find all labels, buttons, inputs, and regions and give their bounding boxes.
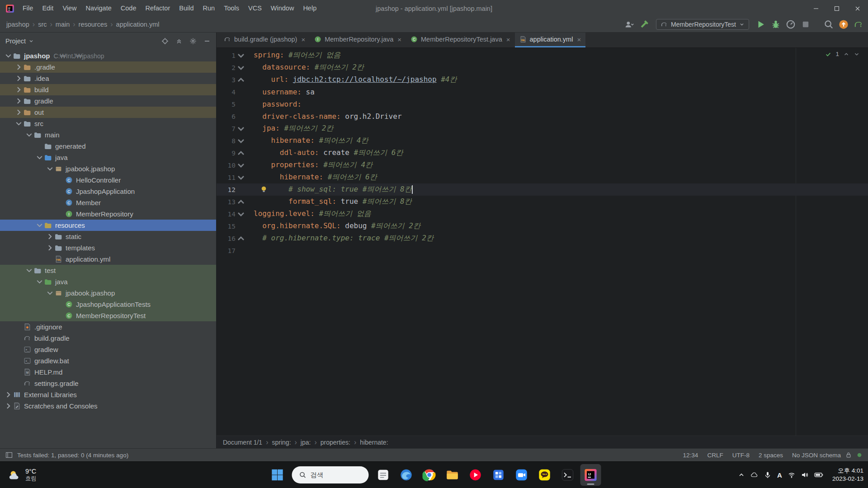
code-line-17[interactable]: 17 — [217, 244, 868, 257]
explorer-button[interactable] — [442, 464, 463, 486]
inspections-widget[interactable]: 1 — [825, 51, 860, 57]
fold-down-icon[interactable] — [236, 50, 246, 61]
tool-window-stripes-icon[interactable] — [5, 451, 13, 459]
fold-down-icon[interactable] — [236, 123, 246, 134]
code-line-8[interactable]: 8 hibernate: #띄어쓰기 4칸 — [217, 135, 868, 147]
chevron-right-icon[interactable] — [45, 233, 55, 241]
tree-item-resources[interactable]: resources — [0, 220, 216, 231]
tree-item-templates[interactable]: templates — [0, 242, 216, 253]
tree-item-java[interactable]: java — [0, 152, 216, 163]
fold-up-icon[interactable] — [236, 197, 246, 207]
close-tab-icon[interactable]: × — [577, 36, 581, 43]
run-configuration-select[interactable]: MemberRepositoryTest — [656, 19, 749, 30]
chrome-button[interactable] — [419, 464, 440, 486]
status-utf-8[interactable]: UTF-8 — [732, 452, 750, 459]
chevron-down-icon[interactable] — [35, 278, 44, 286]
tree-item-idea[interactable]: .idea — [0, 73, 216, 84]
menu-code[interactable]: Code — [116, 0, 141, 17]
menu-tools[interactable]: Tools — [219, 0, 244, 17]
tree-item-jpabook-jpashop[interactable]: jpabook.jpashop — [0, 163, 216, 174]
project-view-select[interactable]: Project — [5, 38, 34, 45]
tree-item-src[interactable]: src — [0, 118, 216, 129]
tree-item-memberrepositorytest[interactable]: CMemberRepositoryTest — [0, 310, 216, 321]
tree-item-build-gradle[interactable]: build.gradle — [0, 333, 216, 344]
chevron-right-icon[interactable] — [4, 391, 13, 399]
ide-update-icon[interactable] — [839, 19, 849, 29]
tab-application-yml[interactable]: YMLapplication.yml× — [515, 33, 586, 47]
code-line-1[interactable]: 1spring: #띄어쓰기 없음 — [217, 49, 868, 61]
next-problem-icon[interactable] — [854, 51, 860, 57]
code-line-12[interactable]: 12 # show_sql: true #띄어쓰기 8칸 — [217, 183, 868, 196]
code-line-9[interactable]: 9 ddl-auto: create #띄어쓰기 6칸 — [217, 147, 868, 159]
editor[interactable]: 1spring: #띄어쓰기 없음2 datasource: #띄어쓰기 2칸3… — [217, 48, 868, 436]
code-line-3[interactable]: 3 url: jdbc:h2:tcp://localhost/~/jpashop… — [217, 74, 868, 86]
tree-item-jpashop[interactable]: jpashop C:₩IntJ₩jpashop — [0, 50, 216, 61]
chevron-right-icon[interactable] — [14, 63, 24, 71]
chevron-down-icon[interactable] — [45, 165, 55, 173]
gear-icon[interactable] — [189, 38, 197, 45]
edge-button[interactable] — [396, 464, 417, 486]
editor-breadcrumb-hibernate[interactable]: hibernate: — [360, 439, 388, 446]
chevron-down-icon[interactable] — [14, 120, 24, 128]
debug-button[interactable] — [771, 19, 781, 29]
tree-item-jpashopapplication[interactable]: CJpashopApplication — [0, 186, 216, 197]
tree-item-external-libraries[interactable]: External Libraries — [0, 389, 216, 400]
chevron-down-icon[interactable] — [35, 221, 44, 230]
tree-item-settings-gradle[interactable]: settings.gradle — [0, 378, 216, 389]
menu-edit[interactable]: Edit — [38, 0, 58, 17]
tree-item-build[interactable]: build — [0, 84, 216, 95]
tree-item-out[interactable]: out — [0, 107, 216, 118]
editor-breadcrumb-jpa[interactable]: jpa: — [301, 439, 311, 446]
weather-widget[interactable]: 9°C 흐림 — [4, 462, 41, 488]
breadcrumb-item-resources[interactable]: resources — [79, 21, 108, 28]
code-line-14[interactable]: 14logging.level: #띄어쓰기 없음 — [217, 208, 868, 220]
fold-down-icon[interactable] — [236, 209, 246, 220]
editor-breadcrumb-properties[interactable]: properties: — [321, 439, 350, 446]
zoom-button[interactable] — [511, 464, 532, 486]
code-line-5[interactable]: 5 password: — [217, 98, 868, 110]
start-button[interactable] — [267, 464, 288, 486]
tree-item-static[interactable]: static — [0, 231, 216, 242]
maximize-button[interactable] — [826, 0, 847, 17]
menu-vcs[interactable]: VCS — [244, 0, 266, 17]
tab-build-gradle-jpashop[interactable]: build.gradle (jpashop)× — [219, 33, 310, 47]
chevron-down-icon[interactable] — [45, 289, 55, 297]
battery-icon[interactable] — [814, 470, 823, 479]
gradle-reload-icon[interactable] — [854, 19, 863, 29]
taskbar-search[interactable]: 검색 — [292, 466, 369, 483]
photos-button[interactable] — [488, 464, 509, 486]
menu-refactor[interactable]: Refactor — [141, 0, 175, 17]
youtube-button[interactable] — [465, 464, 486, 486]
code-with-me-icon[interactable] — [624, 19, 634, 29]
tab-memberrepositorytest-java[interactable]: CMemberRepositoryTest.java× — [406, 33, 514, 47]
fold-up-icon[interactable] — [236, 148, 246, 159]
menu-window[interactable]: Window — [266, 0, 299, 17]
tree-item-gradlew[interactable]: >_gradlew — [0, 344, 216, 355]
tree-item-memberrepository[interactable]: IMemberRepository — [0, 208, 216, 220]
tree-item-java[interactable]: java — [0, 276, 216, 287]
close-tab-icon[interactable]: × — [301, 36, 305, 43]
kakaotalk-button[interactable]: TALK — [534, 464, 555, 486]
tree-item-gradle[interactable]: gradle — [0, 95, 216, 107]
chevron-down-icon[interactable] — [4, 52, 13, 60]
intention-bulb-icon[interactable] — [260, 185, 268, 193]
code-line-10[interactable]: 10 properties: #띄어쓰기 4칸 — [217, 159, 868, 171]
taskbar-clock[interactable]: 오후 4:01 2023-02-13 — [832, 467, 863, 483]
select-opened-file-icon[interactable] — [161, 38, 169, 45]
notes-button[interactable] — [373, 464, 394, 486]
code-line-13[interactable]: 13 format_sql: true #띄어쓰기 8칸 — [217, 196, 868, 208]
chevron-down-icon[interactable] — [24, 131, 34, 139]
close-button[interactable] — [847, 0, 868, 17]
menu-build[interactable]: Build — [175, 0, 198, 17]
tree-item-gitignore[interactable]: .gitignore — [0, 321, 216, 333]
menu-run[interactable]: Run — [198, 0, 220, 17]
status-no-json-schema[interactable]: No JSON schema — [792, 452, 841, 459]
tree-item-generated[interactable]: generated — [0, 141, 216, 152]
terminal-button[interactable] — [557, 464, 578, 486]
tree-item-help-md[interactable]: MHELP.md — [0, 366, 216, 378]
lock-icon[interactable] — [845, 452, 852, 458]
chevron-right-icon[interactable] — [14, 97, 24, 105]
code-line-7[interactable]: 7 jpa: #띄어쓰기 2칸 — [217, 122, 868, 135]
tree-item-jpashopapplicationtests[interactable]: CJpashopApplicationTests — [0, 299, 216, 310]
tab-memberrepository-java[interactable]: IMemberRepository.java× — [310, 33, 406, 47]
